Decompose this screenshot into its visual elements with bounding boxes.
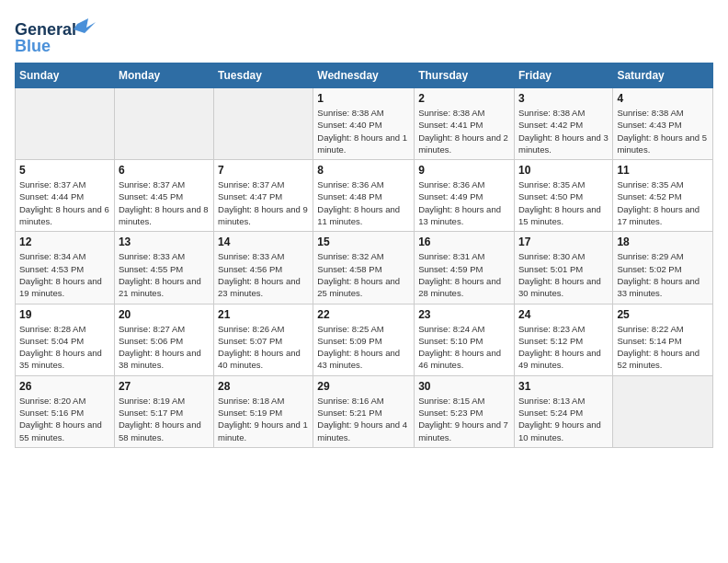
calendar-week-row: 12Sunrise: 8:34 AM Sunset: 4:53 PM Dayli… xyxy=(16,232,713,304)
calendar-cell: 13Sunrise: 8:33 AM Sunset: 4:55 PM Dayli… xyxy=(114,232,213,304)
calendar-cell: 9Sunrise: 8:36 AM Sunset: 4:49 PM Daylig… xyxy=(415,160,515,232)
day-number: 26 xyxy=(19,380,110,393)
calendar-cell xyxy=(613,375,713,447)
calendar-week-row: 19Sunrise: 8:28 AM Sunset: 5:04 PM Dayli… xyxy=(16,304,713,375)
day-detail: Sunrise: 8:36 AM Sunset: 4:48 PM Dayligh… xyxy=(317,178,410,227)
calendar-cell: 18Sunrise: 8:29 AM Sunset: 5:02 PM Dayli… xyxy=(613,232,713,304)
calendar-cell: 2Sunrise: 8:38 AM Sunset: 4:41 PM Daylig… xyxy=(415,88,515,160)
day-number: 1 xyxy=(317,92,410,105)
day-detail: Sunrise: 8:37 AM Sunset: 4:45 PM Dayligh… xyxy=(119,178,210,227)
day-detail: Sunrise: 8:18 AM Sunset: 5:19 PM Dayligh… xyxy=(218,395,309,443)
calendar-cell: 26Sunrise: 8:20 AM Sunset: 5:16 PM Dayli… xyxy=(16,375,115,447)
day-detail: Sunrise: 8:28 AM Sunset: 5:04 PM Dayligh… xyxy=(19,323,110,372)
day-number: 5 xyxy=(19,164,110,177)
day-detail: Sunrise: 8:38 AM Sunset: 4:42 PM Dayligh… xyxy=(518,107,609,155)
calendar-table: SundayMondayTuesdayWednesdayThursdayFrid… xyxy=(15,63,713,448)
day-detail: Sunrise: 8:31 AM Sunset: 4:59 PM Dayligh… xyxy=(418,250,510,299)
calendar-week-row: 5Sunrise: 8:37 AM Sunset: 4:44 PM Daylig… xyxy=(16,160,713,232)
day-number: 30 xyxy=(418,380,510,393)
calendar-cell xyxy=(16,88,115,160)
weekday-header: Wednesday xyxy=(313,63,415,88)
day-number: 14 xyxy=(218,236,309,248)
calendar-week-row: 1Sunrise: 8:38 AM Sunset: 4:40 PM Daylig… xyxy=(16,88,713,160)
calendar-cell: 31Sunrise: 8:13 AM Sunset: 5:24 PM Dayli… xyxy=(514,375,612,447)
day-number: 15 xyxy=(317,236,410,248)
day-number: 11 xyxy=(617,164,709,177)
calendar-cell: 3Sunrise: 8:38 AM Sunset: 4:42 PM Daylig… xyxy=(514,88,612,160)
calendar-cell: 17Sunrise: 8:30 AM Sunset: 5:01 PM Dayli… xyxy=(514,232,612,304)
day-number: 7 xyxy=(218,164,309,177)
day-detail: Sunrise: 8:38 AM Sunset: 4:40 PM Dayligh… xyxy=(317,107,410,155)
day-detail: Sunrise: 8:16 AM Sunset: 5:21 PM Dayligh… xyxy=(317,395,410,443)
calendar-cell xyxy=(114,88,213,160)
day-detail: Sunrise: 8:32 AM Sunset: 4:58 PM Dayligh… xyxy=(317,250,410,299)
calendar-cell: 16Sunrise: 8:31 AM Sunset: 4:59 PM Dayli… xyxy=(415,232,515,304)
weekday-header: Monday xyxy=(114,63,213,88)
day-number: 21 xyxy=(218,308,309,321)
calendar-cell: 19Sunrise: 8:28 AM Sunset: 5:04 PM Dayli… xyxy=(16,304,115,375)
calendar-cell: 7Sunrise: 8:37 AM Sunset: 4:47 PM Daylig… xyxy=(214,160,313,232)
day-detail: Sunrise: 8:37 AM Sunset: 4:47 PM Dayligh… xyxy=(218,178,309,227)
svg-text:Blue: Blue xyxy=(15,37,51,55)
day-number: 28 xyxy=(218,380,309,393)
day-number: 31 xyxy=(518,380,609,393)
calendar-cell: 11Sunrise: 8:35 AM Sunset: 4:52 PM Dayli… xyxy=(613,160,713,232)
day-detail: Sunrise: 8:29 AM Sunset: 5:02 PM Dayligh… xyxy=(617,250,709,299)
day-number: 12 xyxy=(19,236,110,248)
page-header: General Blue xyxy=(15,15,713,55)
calendar-cell: 29Sunrise: 8:16 AM Sunset: 5:21 PM Dayli… xyxy=(313,375,415,447)
calendar-cell: 28Sunrise: 8:18 AM Sunset: 5:19 PM Dayli… xyxy=(214,375,313,447)
day-detail: Sunrise: 8:36 AM Sunset: 4:49 PM Dayligh… xyxy=(418,178,510,227)
calendar-cell: 15Sunrise: 8:32 AM Sunset: 4:58 PM Dayli… xyxy=(313,232,415,304)
calendar-cell: 21Sunrise: 8:26 AM Sunset: 5:07 PM Dayli… xyxy=(214,304,313,375)
calendar-cell: 23Sunrise: 8:24 AM Sunset: 5:10 PM Dayli… xyxy=(415,304,515,375)
logo: General Blue xyxy=(15,15,97,55)
day-detail: Sunrise: 8:33 AM Sunset: 4:55 PM Dayligh… xyxy=(119,250,210,299)
calendar-cell: 20Sunrise: 8:27 AM Sunset: 5:06 PM Dayli… xyxy=(114,304,213,375)
day-detail: Sunrise: 8:35 AM Sunset: 4:52 PM Dayligh… xyxy=(617,178,709,227)
day-number: 17 xyxy=(518,236,609,248)
calendar-cell: 8Sunrise: 8:36 AM Sunset: 4:48 PM Daylig… xyxy=(313,160,415,232)
day-detail: Sunrise: 8:19 AM Sunset: 5:17 PM Dayligh… xyxy=(119,395,210,443)
day-number: 9 xyxy=(418,164,510,177)
day-number: 22 xyxy=(317,308,410,321)
day-number: 3 xyxy=(518,92,609,105)
day-detail: Sunrise: 8:38 AM Sunset: 4:41 PM Dayligh… xyxy=(418,107,510,155)
weekday-header: Sunday xyxy=(16,63,115,88)
day-detail: Sunrise: 8:33 AM Sunset: 4:56 PM Dayligh… xyxy=(218,250,309,299)
day-number: 10 xyxy=(518,164,609,177)
day-detail: Sunrise: 8:35 AM Sunset: 4:50 PM Dayligh… xyxy=(518,178,609,227)
calendar-cell: 12Sunrise: 8:34 AM Sunset: 4:53 PM Dayli… xyxy=(16,232,115,304)
calendar-cell: 25Sunrise: 8:22 AM Sunset: 5:14 PM Dayli… xyxy=(613,304,713,375)
weekday-header: Saturday xyxy=(613,63,713,88)
calendar-cell: 30Sunrise: 8:15 AM Sunset: 5:23 PM Dayli… xyxy=(415,375,515,447)
day-number: 6 xyxy=(119,164,210,177)
calendar-cell: 5Sunrise: 8:37 AM Sunset: 4:44 PM Daylig… xyxy=(16,160,115,232)
day-number: 13 xyxy=(119,236,210,248)
day-number: 16 xyxy=(418,236,510,248)
calendar-cell: 24Sunrise: 8:23 AM Sunset: 5:12 PM Dayli… xyxy=(514,304,612,375)
day-detail: Sunrise: 8:23 AM Sunset: 5:12 PM Dayligh… xyxy=(518,323,609,372)
day-number: 24 xyxy=(518,308,609,321)
day-number: 19 xyxy=(19,308,110,321)
day-detail: Sunrise: 8:22 AM Sunset: 5:14 PM Dayligh… xyxy=(617,323,709,372)
day-detail: Sunrise: 8:15 AM Sunset: 5:23 PM Dayligh… xyxy=(418,395,510,443)
day-detail: Sunrise: 8:24 AM Sunset: 5:10 PM Dayligh… xyxy=(418,323,510,372)
calendar-cell: 27Sunrise: 8:19 AM Sunset: 5:17 PM Dayli… xyxy=(114,375,213,447)
day-detail: Sunrise: 8:26 AM Sunset: 5:07 PM Dayligh… xyxy=(218,323,309,372)
weekday-header: Tuesday xyxy=(214,63,313,88)
svg-text:General: General xyxy=(15,20,76,39)
calendar-cell: 6Sunrise: 8:37 AM Sunset: 4:45 PM Daylig… xyxy=(114,160,213,232)
day-number: 4 xyxy=(617,92,709,105)
calendar-cell: 22Sunrise: 8:25 AM Sunset: 5:09 PM Dayli… xyxy=(313,304,415,375)
day-detail: Sunrise: 8:27 AM Sunset: 5:06 PM Dayligh… xyxy=(119,323,210,372)
calendar-cell: 1Sunrise: 8:38 AM Sunset: 4:40 PM Daylig… xyxy=(313,88,415,160)
calendar-cell xyxy=(214,88,313,160)
day-number: 23 xyxy=(418,308,510,321)
weekday-header: Thursday xyxy=(415,63,515,88)
day-number: 27 xyxy=(119,380,210,393)
day-number: 8 xyxy=(317,164,410,177)
day-detail: Sunrise: 8:38 AM Sunset: 4:43 PM Dayligh… xyxy=(617,107,709,155)
day-detail: Sunrise: 8:37 AM Sunset: 4:44 PM Dayligh… xyxy=(19,178,110,227)
svg-marker-2 xyxy=(74,18,96,33)
